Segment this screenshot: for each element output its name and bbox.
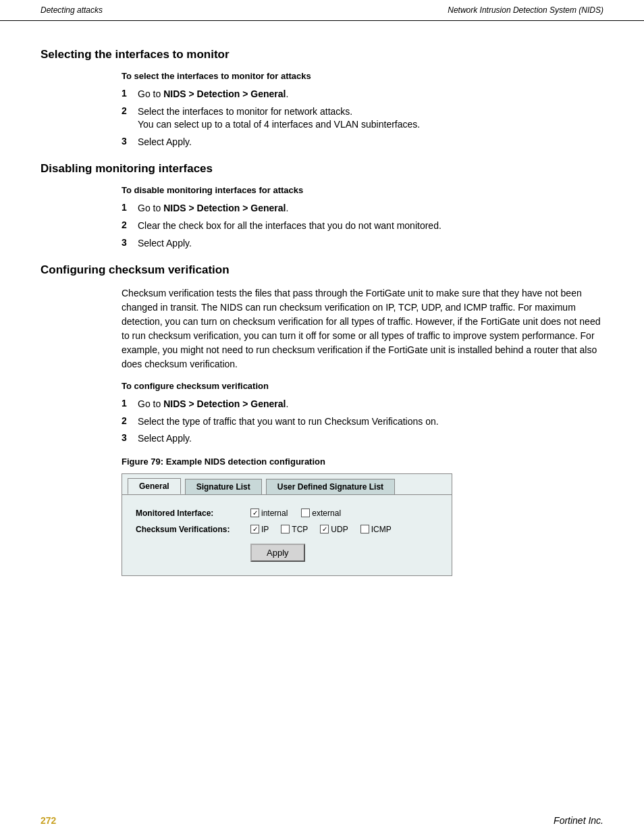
- page-header: Detecting attacks Network Intrusion Dete…: [0, 0, 644, 21]
- header-right: Network Intrusion Detection System (NIDS…: [448, 5, 603, 15]
- apply-button[interactable]: Apply: [250, 544, 305, 562]
- header-left: Detecting attacks: [41, 5, 103, 15]
- tabs-row: General Signature List User Defined Sign…: [122, 474, 452, 494]
- tab-user-defined[interactable]: User Defined Signature List: [266, 479, 395, 494]
- checkbox-internal-box[interactable]: [250, 509, 259, 517]
- checkbox-ip-box[interactable]: [250, 525, 259, 533]
- page-wrapper: Detecting attacks Network Intrusion Dete…: [0, 0, 644, 834]
- monitored-checkboxes: internal external: [250, 509, 341, 518]
- checkbox-tcp: TCP: [281, 525, 308, 534]
- step-bold: NIDS > Detection > General: [163, 88, 286, 99]
- content-area: Selecting the interfaces to monitor To s…: [0, 21, 644, 807]
- tab-general[interactable]: General: [128, 478, 181, 494]
- checkbox-external: external: [301, 509, 341, 518]
- tab-signature-list[interactable]: Signature List: [185, 479, 262, 494]
- checkbox-udp-label: UDP: [331, 525, 348, 534]
- section-checksum: Configuring checksum verification Checks…: [41, 263, 603, 576]
- steps-checksum: 1 Go to NIDS > Detection > General. 2 Se…: [122, 398, 603, 446]
- step-text: Select the interfaces to monitor for net…: [138, 105, 420, 132]
- step-text: Select the type of traffic that you want…: [138, 415, 439, 429]
- subheading-selecting: To select the interfaces to monitor for …: [122, 71, 603, 81]
- step-item: 1 Go to NIDS > Detection > General.: [122, 398, 603, 411]
- page-footer: 272 Fortinet Inc.: [0, 807, 644, 834]
- figure-box: General Signature List User Defined Sign…: [122, 473, 452, 576]
- checkbox-ip: IP: [250, 525, 269, 534]
- subheading-checksum: To configure checksum verification: [122, 381, 603, 391]
- step-text: Go to NIDS > Detection > General.: [138, 88, 288, 101]
- step-text: Go to NIDS > Detection > General.: [138, 398, 288, 411]
- section-heading-checksum: Configuring checksum verification: [41, 263, 603, 277]
- step-item: 2 Clear the check box for all the interf…: [122, 219, 603, 233]
- section-disabling-monitoring: Disabling monitoring interfaces To disab…: [41, 162, 603, 250]
- step-bold: NIDS > Detection > General: [163, 398, 286, 409]
- figure-caption: Figure 79: Example NIDS detection config…: [122, 457, 603, 467]
- tab-general-label: General: [139, 481, 169, 491]
- checksum-verifications-label: Checksum Verifications:: [136, 525, 250, 534]
- steps-selecting: 1 Go to NIDS > Detection > General. 2 Se…: [122, 88, 603, 149]
- step-num: 2: [122, 219, 138, 230]
- step-item: 3 Select Apply.: [122, 432, 603, 446]
- subheading-disabling: To disable monitoring interfaces for att…: [122, 185, 603, 195]
- checkbox-internal: internal: [250, 509, 288, 518]
- step-text: Select Apply.: [138, 432, 192, 446]
- checksum-body: Checksum verification tests the files th…: [122, 286, 603, 371]
- checkbox-tcp-box[interactable]: [281, 525, 290, 533]
- step-item: 1 Go to NIDS > Detection > General.: [122, 88, 603, 101]
- checkbox-ip-label: IP: [261, 525, 269, 534]
- step-num: 2: [122, 415, 138, 426]
- apply-row: Apply: [250, 544, 438, 562]
- checkbox-udp: UDP: [320, 525, 348, 534]
- checksum-verifications-row: Checksum Verifications: IP TCP: [136, 525, 438, 534]
- steps-disabling: 1 Go to NIDS > Detection > General. 2 Cl…: [122, 202, 603, 250]
- step-item: 2 Select the interfaces to monitor for n…: [122, 105, 603, 132]
- checkbox-icmp: ICMP: [360, 525, 392, 534]
- step-num: 3: [122, 237, 138, 248]
- step-num: 3: [122, 432, 138, 443]
- checkbox-udp-box[interactable]: [320, 525, 329, 533]
- step-bold: NIDS > Detection > General: [163, 203, 286, 213]
- checkbox-external-label: external: [312, 509, 341, 518]
- step-item: 2 Select the type of traffic that you wa…: [122, 415, 603, 429]
- step-num: 2: [122, 105, 138, 116]
- step-text: Select Apply.: [138, 237, 192, 251]
- step-text: Clear the check box for all the interfac…: [138, 219, 441, 233]
- tab-user-defined-label: User Defined Signature List: [277, 482, 383, 492]
- figure-content: Monitored Interface: internal external: [122, 494, 452, 575]
- footer-company: Fortinet Inc.: [554, 815, 603, 826]
- footer-page-number: 272: [41, 815, 56, 826]
- checkbox-internal-label: internal: [261, 509, 288, 518]
- checkbox-tcp-label: TCP: [292, 525, 308, 534]
- checkbox-icmp-label: ICMP: [371, 525, 392, 534]
- checkbox-external-box[interactable]: [301, 509, 310, 517]
- step-num: 1: [122, 398, 138, 409]
- section-heading-disabling: Disabling monitoring interfaces: [41, 162, 603, 176]
- tab-signature-list-label: Signature List: [196, 482, 250, 492]
- step-num: 1: [122, 202, 138, 213]
- step-item: 3 Select Apply.: [122, 136, 603, 149]
- section-heading-selecting: Selecting the interfaces to monitor: [41, 48, 603, 61]
- step-item: 3 Select Apply.: [122, 237, 603, 251]
- monitored-interface-label: Monitored Interface:: [136, 509, 250, 518]
- step-item: 1 Go to NIDS > Detection > General.: [122, 202, 603, 215]
- step-num: 3: [122, 136, 138, 147]
- section-selecting-interfaces: Selecting the interfaces to monitor To s…: [41, 48, 603, 149]
- checkbox-icmp-box[interactable]: [360, 525, 369, 533]
- step-num: 1: [122, 88, 138, 99]
- step-text: Go to NIDS > Detection > General.: [138, 202, 288, 215]
- step-text: Select Apply.: [138, 136, 192, 149]
- monitored-interface-row: Monitored Interface: internal external: [136, 509, 438, 518]
- checksum-checkboxes: IP TCP UDP: [250, 525, 392, 534]
